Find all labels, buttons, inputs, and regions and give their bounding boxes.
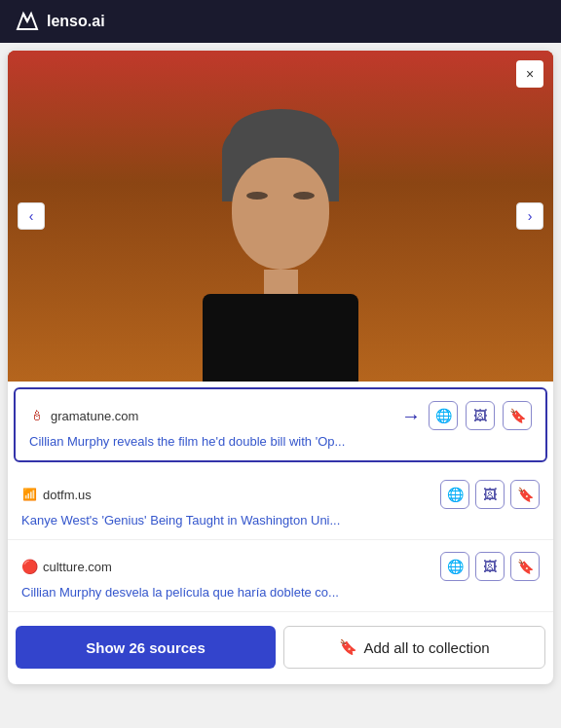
image-icon-1: 🖼: [473, 408, 487, 423]
source-domain-2: dotfm.us: [43, 488, 92, 502]
result-top-row: 📶 dotfm.us 🌐 🖼 🔖: [21, 480, 540, 509]
image-icon-3: 🖼: [483, 559, 497, 574]
prev-button[interactable]: ‹: [18, 202, 45, 230]
result-item: 📶 dotfm.us 🌐 🖼 🔖 Kanye West's 'Genius' B…: [8, 468, 553, 540]
source-favicon-2: 📶: [21, 487, 37, 502]
result-link-2[interactable]: Kanye West's 'Genius' Being Taught in Wa…: [21, 513, 392, 528]
result-image: [8, 51, 553, 382]
bookmark-button-3[interactable]: 🔖: [510, 552, 540, 581]
add-collection-button[interactable]: 🔖 Add all to collection: [283, 626, 545, 669]
globe-button-2[interactable]: 🌐: [440, 480, 469, 509]
result-top-row: 🕯 gramatune.com → 🌐 🖼 🔖: [29, 401, 532, 430]
app-header: lenso.ai: [0, 0, 561, 43]
close-button[interactable]: ×: [516, 60, 543, 88]
result-source: 📶 dotfm.us: [21, 487, 92, 502]
footer-buttons: Show 26 sources 🔖 Add all to collection: [16, 620, 545, 676]
result-actions: 🌐 🖼 🔖: [440, 480, 540, 509]
result-top-row: 🔴 cultture.com 🌐 🖼 🔖: [21, 552, 540, 581]
result-link-3[interactable]: Cillian Murphy desvela la película que h…: [21, 585, 392, 600]
svg-line-1: [23, 14, 27, 21]
results-list: 🕯 gramatune.com → 🌐 🖼 🔖 Cillian Mu: [8, 387, 553, 612]
bookmark-button-1[interactable]: 🔖: [503, 401, 532, 430]
globe-icon-1: 🌐: [435, 408, 452, 423]
result-actions: 🌐 🖼 🔖: [440, 552, 540, 581]
result-link-1[interactable]: Cillian Murphy reveals the film he'd dou…: [29, 434, 399, 449]
arrow-icon: →: [401, 405, 421, 427]
source-domain-3: cultture.com: [43, 560, 112, 574]
globe-button-1[interactable]: 🌐: [429, 401, 458, 430]
main-card: × ‹ › 🕯 gramatune.com → 🌐: [8, 51, 553, 684]
chevron-right-icon: ›: [528, 208, 533, 224]
result-item: 🔴 cultture.com 🌐 🖼 🔖 Cillian Murphy desv…: [8, 540, 553, 612]
source-domain-1: gramatune.com: [51, 409, 138, 423]
result-source: 🕯 gramatune.com: [29, 408, 138, 423]
source-favicon-1: 🕯: [29, 408, 45, 423]
bookmark-button-2[interactable]: 🔖: [510, 480, 540, 509]
image-icon-2: 🖼: [483, 487, 497, 502]
bookmark-icon-1: 🔖: [509, 408, 526, 423]
image-button-2[interactable]: 🖼: [475, 480, 505, 509]
show-sources-button[interactable]: Show 26 sources: [16, 626, 276, 669]
globe-icon-3: 🌐: [447, 559, 464, 574]
image-button-1[interactable]: 🖼: [466, 401, 495, 430]
lenso-logo-icon: [16, 10, 39, 33]
bookmark-icon-3: 🔖: [517, 559, 534, 574]
close-icon: ×: [526, 66, 534, 82]
app-title: lenso.ai: [47, 13, 105, 30]
globe-button-3[interactable]: 🌐: [440, 552, 469, 581]
next-button[interactable]: ›: [516, 202, 543, 230]
globe-icon-2: 🌐: [447, 487, 464, 502]
result-source: 🔴 cultture.com: [21, 559, 112, 574]
bookmark-icon-2: 🔖: [517, 487, 534, 502]
source-favicon-3: 🔴: [21, 559, 37, 574]
result-item: 🕯 gramatune.com → 🌐 🖼 🔖 Cillian Mu: [14, 387, 547, 462]
image-button-3[interactable]: 🖼: [475, 552, 505, 581]
collection-icon: 🔖: [339, 638, 357, 656]
image-section: × ‹ ›: [8, 51, 553, 382]
add-collection-label: Add all to collection: [363, 639, 489, 656]
chevron-left-icon: ‹: [29, 208, 34, 224]
